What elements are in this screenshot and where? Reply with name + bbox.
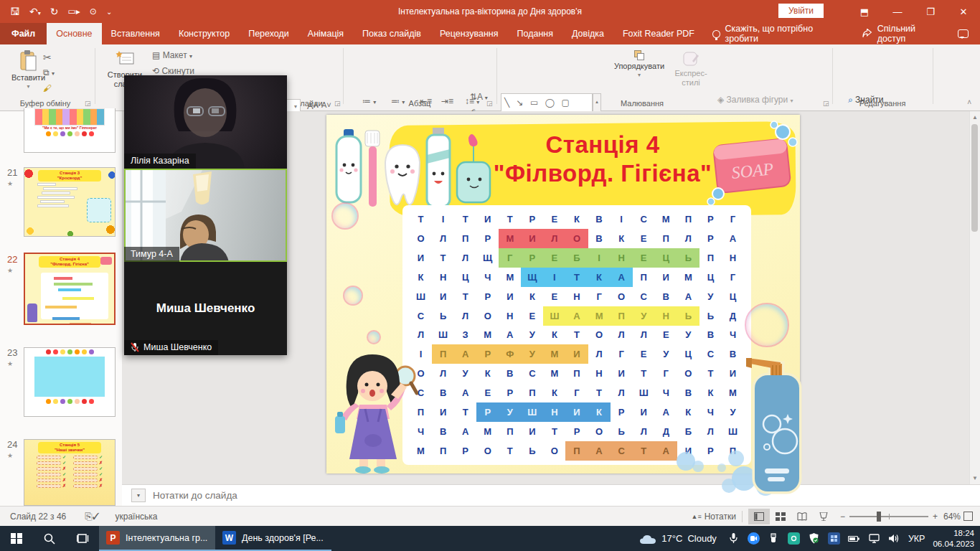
task-view-button[interactable] [66,526,99,551]
new-slide-icon [116,50,134,69]
font-dialog-launcher-icon[interactable]: ◲ [334,100,341,107]
keyboard-language-indicator[interactable]: УКР [908,534,925,544]
slide-sorter-view-button[interactable] [770,509,791,524]
sign-in-button[interactable]: Увійти [778,4,824,18]
tab-foxit[interactable]: Foxit Reader PDF [613,23,704,44]
quick-styles-button[interactable]: Експрес-стилі [669,50,713,88]
normal-view-button[interactable] [748,509,770,524]
reading-view-button[interactable] [791,509,813,524]
tab-animations[interactable]: Анімація [298,23,353,44]
notes-bar[interactable]: ▾ Нотатки до слайда [122,484,980,506]
collapse-ribbon-icon[interactable]: ˄ [967,98,971,106]
bullets-icon[interactable]: ≔ ▾ [362,96,376,106]
participant-tile-1[interactable]: Лілія Казаріна [124,75,287,169]
undo-icon[interactable]: ↶▾ [29,6,41,17]
shrink-font-icon[interactable]: A˅ [321,100,331,109]
zoom-slider[interactable]: − + [840,512,938,522]
drawing-dialog-launcher-icon[interactable]: ◲ [823,100,829,107]
tab-view[interactable]: Подання [507,23,562,44]
grid-cell: М [476,422,499,441]
microphone-tray-icon[interactable] [727,532,740,545]
meeting-video-overlay[interactable]: Лілія Казаріна Тимур 4-А Миша Ше [124,75,287,355]
ribbon-display-options-icon[interactable]: ⬒ [848,0,881,23]
tab-home[interactable]: Основне [47,23,101,44]
app-grid-tray-icon[interactable] [828,532,840,545]
minimize-button[interactable]: — [881,0,914,23]
tab-insert[interactable]: Вставлення [102,23,169,44]
fit-slide-to-window-icon[interactable] [963,512,973,521]
save-icon[interactable]: 🖫 [10,6,20,17]
zoom-app-tray-icon[interactable] [748,532,760,545]
scrollbar-thumb[interactable] [971,124,978,232]
notes-placeholder[interactable]: Нотатки до слайда [153,490,237,501]
zoom-in-icon[interactable]: + [933,512,938,522]
reset-button[interactable]: ⟲ Скинути [152,66,194,76]
text-direction-icon[interactable]: ⇅A ▾ [470,92,488,102]
language-indicator[interactable]: українська [115,512,157,522]
grow-font-icon[interactable]: A˄ [307,100,319,111]
usb-tray-icon[interactable] [768,532,780,545]
slide-canvas[interactable]: SOAP Станція 4 "Філворд. Гігієна" ТІТИТР… [326,115,800,474]
touch-mode-icon[interactable]: ⊙ [90,6,97,17]
slide-thumbnail-20[interactable]: "Ми є те, що ми їмо" Гіппократ [24,108,116,153]
slide-thumbnail-22-selected[interactable]: Станція 4"Філворд. Гігієна" [24,253,116,325]
thumb-highlight-bar [54,277,72,280]
notes-toggle-button[interactable]: ▲≡ Нотатки [691,512,735,522]
network-tray-icon[interactable] [868,532,880,545]
taskbar-app-powerpoint[interactable]: P Інтелектуальна гр... [99,526,215,551]
tell-me-box[interactable]: Скажіть, що потрібно зробити [704,24,852,44]
participant-tile-3[interactable]: Миша Шевченко Миша Шевченко [124,262,287,355]
slide-title[interactable]: Станція 4 "Філворд. Гігієна" [434,131,771,189]
layout-button[interactable]: ▤ Макет ▾ [152,50,192,60]
zoom-out-icon[interactable]: − [840,512,845,522]
notes-splitter-handle[interactable]: ▾ [131,489,146,502]
spellcheck-icon[interactable]: ⎘✓ [85,511,99,522]
cut-icon[interactable]: ✂ [43,52,52,63]
slide-thumbnail-24[interactable]: Станція 5"Наші звички" ✓✓✗✓✗✗ ✓✗✓✓✗✗ [24,439,116,506]
taskbar-search-button[interactable] [33,526,66,551]
arrange-button[interactable]: Упорядкувати ▾ [611,50,667,78]
grid-cell: А [454,422,476,441]
restore-button[interactable]: ❐ [914,0,947,23]
slide-thumbnail-21[interactable]: Станція 3"Кросворд" [24,167,116,237]
tab-transitions[interactable]: Переходи [239,23,298,44]
paste-button[interactable]: Вставити ▾ [11,50,45,90]
volume-tray-icon[interactable] [888,532,900,545]
grid-cell: Р [565,422,588,441]
wordsearch-panel[interactable]: ТІТИТРЕКВІСМПРГОЛПРМИЛОВКЕПЛРАИТЛЩГРЕБІН… [402,205,751,465]
share-button[interactable]: Спільний доступ [852,24,953,44]
copy-icon[interactable]: ⧉ ▾ [43,67,55,77]
vertical-scrollbar[interactable]: ▲ ▼ [969,111,980,484]
redo-icon[interactable]: ↻ [50,6,59,17]
tab-review[interactable]: Рецензування [430,23,507,44]
tab-file[interactable]: Файл [0,23,47,44]
close-button[interactable]: ✕ [947,0,980,23]
start-slideshow-icon[interactable]: ▭▸ [67,6,80,17]
zoom-slider-thumb[interactable] [877,512,881,522]
grid-cell: Е [543,287,565,306]
scroll-up-icon[interactable]: ▲ [970,111,980,121]
scroll-down-icon[interactable]: ▼ [970,475,980,481]
tab-help[interactable]: Довідка [562,23,613,44]
comments-icon[interactable] [958,29,969,38]
clipboard-dialog-launcher-icon[interactable]: ◲ [85,100,91,107]
taskbar-clock[interactable]: 18:24 06.04.2023 [933,528,974,550]
customize-qat-icon[interactable]: ⌄ [106,8,112,16]
tab-design[interactable]: Конструктор [169,23,239,44]
slide-indicator[interactable]: Слайд 22 з 46 [10,512,66,522]
start-button[interactable] [0,526,33,551]
battery-tray-icon[interactable] [848,532,860,545]
zoom-level[interactable]: 64% [943,512,961,522]
format-painter-icon[interactable]: 🖌 [43,83,52,93]
slide-thumbnail-23[interactable] [24,347,116,417]
camera-app-tray-icon[interactable] [788,532,800,545]
weather-widget[interactable]: 17°C Cloudy [639,533,717,545]
participant-tile-2-active-speaker[interactable]: Тимур 4-А [124,169,287,262]
paragraph-dialog-launcher-icon[interactable]: ◲ [486,100,493,107]
security-shield-tray-icon[interactable] [808,532,820,545]
participant-name: Миша Шевченко [143,342,212,352]
shape-fill-button[interactable]: ◈ Заливка фігури ▾ [717,95,793,105]
taskbar-app-word[interactable]: W День здоров'я [Ре... [215,526,331,551]
slideshow-view-button[interactable] [813,509,834,524]
tab-slideshow[interactable]: Показ слайдів [353,23,430,44]
